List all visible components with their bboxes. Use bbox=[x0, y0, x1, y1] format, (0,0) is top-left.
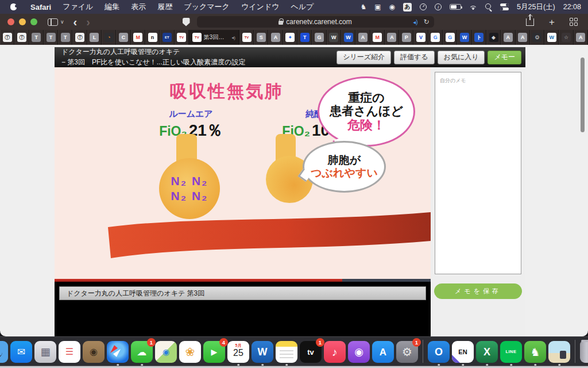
dock-podcasts-icon[interactable]: ◉ bbox=[348, 341, 370, 363]
page-scrollbar[interactable] bbox=[581, 57, 585, 132]
menu-window[interactable]: ウインドウ bbox=[235, 2, 285, 12]
dock-finder-icon[interactable] bbox=[0, 341, 8, 363]
control-center-icon[interactable] bbox=[500, 3, 509, 10]
pinned-tab[interactable]: W bbox=[544, 30, 559, 45]
dock-line-icon[interactable]: LINE bbox=[500, 341, 522, 363]
pinned-tab[interactable]: Ⓣ bbox=[0, 30, 14, 45]
apple-logo-icon[interactable] bbox=[10, 3, 17, 10]
time-machine-icon[interactable] bbox=[420, 3, 427, 10]
dock-maps-icon[interactable]: ◉ bbox=[155, 341, 177, 363]
pinned-tab[interactable]: M bbox=[370, 30, 385, 45]
pinned-tab[interactable]: ☆ bbox=[559, 30, 573, 45]
pinned-tab[interactable]: W bbox=[341, 30, 355, 45]
dock-apple-tv-icon[interactable]: tv1 bbox=[300, 341, 322, 363]
pinned-tab[interactable]: G bbox=[443, 30, 457, 45]
menu-history[interactable]: 履歴 bbox=[152, 2, 178, 12]
tab-overview-icon[interactable] bbox=[570, 18, 578, 26]
active-tab[interactable]: TV第3回…◂) bbox=[189, 30, 239, 45]
forward-button[interactable]: › bbox=[86, 16, 90, 28]
pinned-tab[interactable]: ❂ bbox=[530, 30, 544, 45]
close-window-button[interactable] bbox=[7, 18, 14, 25]
pinned-tab[interactable]: S bbox=[254, 30, 268, 45]
minimize-window-button[interactable] bbox=[19, 18, 26, 25]
tab-speaker-icon[interactable]: ◂) bbox=[231, 35, 235, 40]
video-caption-bar[interactable]: ドクター力丸の人工呼吸管理のオキテ 第3回 bbox=[59, 286, 426, 300]
back-button[interactable]: ‹ bbox=[74, 16, 78, 28]
input-source-icon[interactable]: あ bbox=[403, 3, 412, 12]
reload-icon[interactable]: ↻ bbox=[423, 18, 429, 26]
dock-music-icon[interactable]: ♪ bbox=[324, 341, 346, 363]
pinned-tab[interactable]: A bbox=[574, 30, 588, 45]
pinned-tab[interactable]: TV bbox=[175, 30, 189, 45]
pinned-tab[interactable]: P bbox=[399, 30, 413, 45]
dock-reminders-icon[interactable]: ☰ bbox=[59, 341, 80, 363]
dock-launchpad-icon[interactable]: ▦ bbox=[34, 341, 56, 363]
pinned-tab[interactable]: W bbox=[457, 30, 471, 45]
dock-trash-icon[interactable] bbox=[580, 341, 588, 363]
series-intro-button[interactable]: シリーズ紹介 bbox=[336, 51, 391, 64]
pinned-tab[interactable]: V bbox=[413, 30, 428, 45]
memo-textarea[interactable] bbox=[435, 72, 521, 274]
pinned-tab[interactable]: M bbox=[131, 30, 145, 45]
dock-calendar-icon[interactable]: 5月25 bbox=[227, 341, 249, 363]
pinned-tab[interactable]: G bbox=[312, 30, 326, 45]
menu-bookmarks[interactable]: ブックマーク bbox=[178, 2, 235, 12]
pinned-tab[interactable]: T bbox=[44, 30, 58, 45]
tab-audio-icon[interactable]: ◂) bbox=[413, 19, 417, 25]
menu-help[interactable]: ヘルプ bbox=[285, 2, 319, 12]
video-slide[interactable]: 吸収性無気肺 ルームエア FiO₂21％ 純酸素 FiO₂100％ N₂ N₂N… bbox=[55, 67, 431, 279]
dock-facetime-icon[interactable]: ▶4 bbox=[203, 341, 225, 363]
sidebar-chevron-icon[interactable]: ∨ bbox=[60, 19, 64, 25]
dock-excel-icon[interactable]: X bbox=[476, 341, 498, 363]
play-circle-status-icon[interactable]: ◉ bbox=[389, 3, 395, 10]
zoom-window-button[interactable] bbox=[30, 18, 37, 25]
pinned-tab[interactable]: Ⓣ bbox=[72, 30, 87, 45]
menu-file[interactable]: ファイル bbox=[57, 2, 99, 12]
dock-safari-icon[interactable] bbox=[107, 341, 129, 363]
pinned-tab[interactable]: ◔ bbox=[102, 30, 116, 45]
dock-messages-icon[interactable]: ☁1 bbox=[131, 341, 153, 363]
pinned-tab[interactable]: ET bbox=[160, 30, 174, 45]
menu-view[interactable]: 表示 bbox=[125, 2, 152, 12]
pinned-tab[interactable]: T bbox=[297, 30, 312, 45]
info-status-icon[interactable]: i bbox=[435, 3, 442, 10]
pinned-tab[interactable]: A bbox=[355, 30, 370, 45]
dock-contacts-icon[interactable]: ◉ bbox=[83, 341, 105, 363]
dock-photos-icon[interactable]: ❀ bbox=[179, 341, 201, 363]
share-icon[interactable] bbox=[526, 18, 534, 26]
pinned-tab[interactable]: A bbox=[385, 30, 399, 45]
battery-icon[interactable] bbox=[450, 4, 461, 10]
sidebar-toggle-icon[interactable] bbox=[48, 18, 58, 26]
menu-bar-date[interactable]: 5月25日(土) bbox=[517, 2, 555, 12]
pinned-tab[interactable]: A bbox=[268, 30, 283, 45]
new-tab-button[interactable]: + bbox=[549, 17, 555, 27]
pinned-tab[interactable]: n bbox=[145, 30, 160, 45]
memo-button[interactable]: メモー bbox=[488, 51, 521, 64]
dock-mail-icon[interactable]: ✉ bbox=[10, 341, 32, 363]
address-bar[interactable]: carenetv.carenet.com ◂) ↻ bbox=[197, 16, 434, 28]
pinned-tab[interactable]: T bbox=[58, 30, 72, 45]
dock-app-store-icon[interactable]: A bbox=[372, 341, 394, 363]
wifi-icon[interactable] bbox=[469, 4, 477, 10]
dock-preview-photo-icon[interactable] bbox=[548, 341, 570, 363]
favorite-button[interactable]: お気に入り bbox=[438, 51, 485, 64]
dock-notes-icon[interactable] bbox=[276, 341, 297, 363]
evernote-status-icon[interactable]: ♞ bbox=[360, 3, 366, 10]
spotlight-search-icon[interactable] bbox=[485, 3, 492, 10]
dock-word-icon[interactable]: W bbox=[252, 341, 273, 363]
menu-edit[interactable]: 編集 bbox=[99, 2, 125, 12]
rate-button[interactable]: 評価する bbox=[394, 51, 435, 64]
line-status-icon[interactable]: ▣ bbox=[374, 3, 381, 10]
dock-outlook-icon[interactable]: O bbox=[428, 341, 450, 363]
pinned-tab[interactable]: ✦ bbox=[283, 30, 297, 45]
pinned-tab[interactable]: T bbox=[29, 30, 44, 45]
pinned-tab[interactable]: A bbox=[501, 30, 515, 45]
pinned-tab[interactable]: L bbox=[87, 30, 102, 45]
pinned-tab[interactable]: ト bbox=[472, 30, 486, 45]
pinned-tab[interactable]: G bbox=[428, 30, 443, 45]
pinned-tab[interactable]: Ⓣ bbox=[14, 30, 29, 45]
dock-evernote-en-icon[interactable]: EN bbox=[452, 341, 474, 363]
pinned-tab[interactable]: A bbox=[516, 30, 530, 45]
dock-settings-icon[interactable]: ⚙1 bbox=[396, 341, 418, 363]
privacy-shield-icon[interactable] bbox=[183, 18, 190, 26]
